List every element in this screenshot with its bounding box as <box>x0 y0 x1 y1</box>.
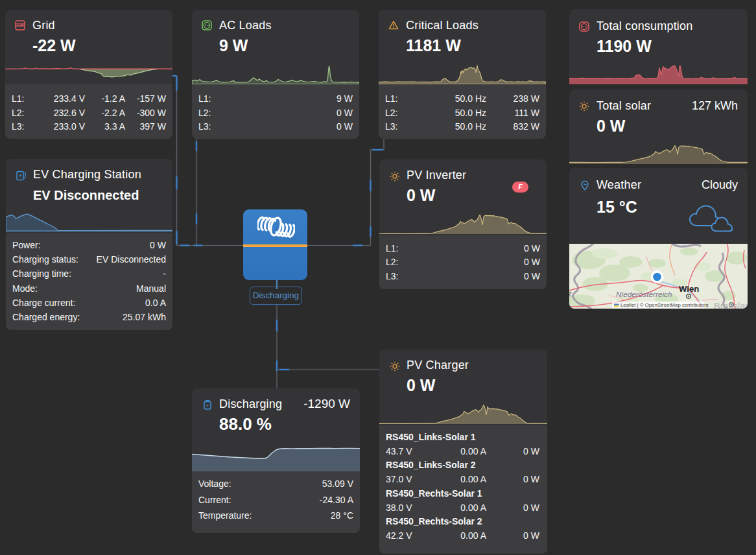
svg-text:Bratislava: Bratislava <box>714 301 748 309</box>
svg-text:Leaflet | © OpenStreetMap cont: Leaflet | © OpenStreetMap contributors <box>620 302 709 308</box>
svg-text:Niederösterreich: Niederösterreich <box>616 290 672 299</box>
svg-text:Wien: Wien <box>679 284 699 294</box>
svg-text:z: z <box>569 289 572 298</box>
